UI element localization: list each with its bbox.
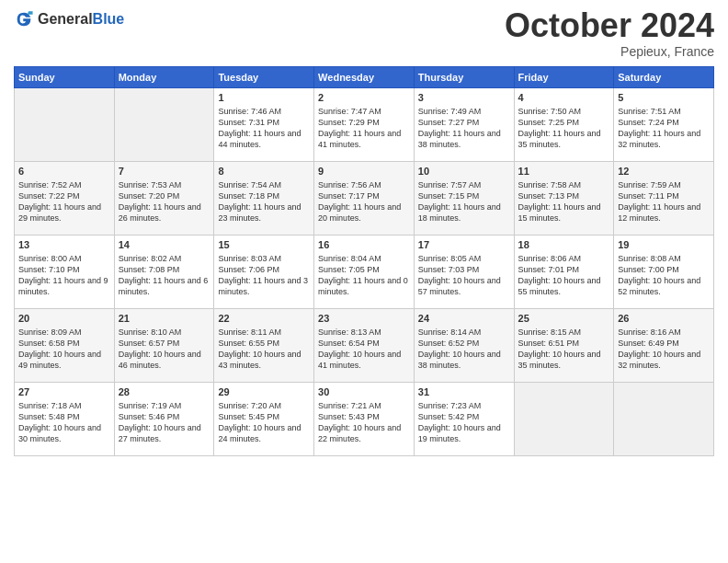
- day-number: 24: [418, 312, 510, 326]
- week-row-5: 27Sunrise: 7:18 AMSunset: 5:48 PMDayligh…: [15, 383, 714, 456]
- day-info: Sunrise: 8:11 AMSunset: 6:55 PMDaylight:…: [218, 327, 310, 372]
- day-info: Sunrise: 8:10 AMSunset: 6:57 PMDaylight:…: [119, 327, 210, 372]
- calendar-cell: 17Sunrise: 8:05 AMSunset: 7:03 PMDayligh…: [414, 236, 514, 309]
- logo-blue: Blue: [93, 11, 125, 28]
- calendar-cell: 22Sunrise: 8:11 AMSunset: 6:55 PMDayligh…: [214, 309, 314, 383]
- day-number: 29: [218, 385, 310, 399]
- calendar-cell: 1Sunrise: 7:46 AMSunset: 7:31 PMDaylight…: [214, 88, 314, 162]
- day-number: 3: [418, 91, 510, 105]
- day-number: 6: [18, 165, 110, 178]
- day-info: Sunrise: 8:16 AMSunset: 6:49 PMDaylight:…: [618, 327, 710, 372]
- calendar-cell: [514, 383, 614, 456]
- calendar-table: SundayMondayTuesdayWednesdayThursdayFrid…: [14, 66, 714, 456]
- day-number: 16: [318, 238, 410, 252]
- day-number: 10: [418, 165, 510, 178]
- day-info: Sunrise: 7:18 AMSunset: 5:48 PMDaylight:…: [18, 400, 110, 445]
- week-row-1: 1Sunrise: 7:46 AMSunset: 7:31 PMDaylight…: [15, 88, 714, 162]
- calendar-cell: 4Sunrise: 7:50 AMSunset: 7:25 PMDaylight…: [514, 88, 614, 162]
- day-number: 23: [318, 312, 410, 326]
- day-info: Sunrise: 7:57 AMSunset: 7:15 PMDaylight:…: [418, 179, 510, 224]
- calendar-cell: 23Sunrise: 8:13 AMSunset: 6:54 PMDayligh…: [314, 309, 415, 383]
- calendar-cell: 27Sunrise: 7:18 AMSunset: 5:48 PMDayligh…: [15, 383, 115, 456]
- day-info: Sunrise: 8:04 AMSunset: 7:05 PMDaylight:…: [318, 253, 410, 298]
- day-info: Sunrise: 7:23 AMSunset: 5:42 PMDaylight:…: [418, 400, 510, 445]
- calendar-cell: 16Sunrise: 8:04 AMSunset: 7:05 PMDayligh…: [314, 236, 415, 309]
- day-number: 26: [618, 312, 710, 326]
- calendar-cell: [614, 383, 714, 456]
- logo-icon: [14, 9, 34, 29]
- day-info: Sunrise: 7:51 AMSunset: 7:24 PMDaylight:…: [618, 106, 710, 151]
- calendar-cell: 26Sunrise: 8:16 AMSunset: 6:49 PMDayligh…: [614, 309, 714, 383]
- day-number: 5: [618, 91, 710, 105]
- header: General Blue October 2024 Pepieux, Franc…: [14, 9, 714, 59]
- day-number: 8: [218, 165, 310, 178]
- header-row: SundayMondayTuesdayWednesdayThursdayFrid…: [15, 67, 714, 88]
- day-header-monday: Monday: [114, 67, 214, 88]
- day-header-friday: Friday: [514, 67, 614, 88]
- day-info: Sunrise: 7:46 AMSunset: 7:31 PMDaylight:…: [218, 106, 310, 151]
- week-row-2: 6Sunrise: 7:52 AMSunset: 7:22 PMDaylight…: [15, 162, 714, 236]
- logo-general: General: [38, 11, 93, 28]
- calendar-cell: 14Sunrise: 8:02 AMSunset: 7:08 PMDayligh…: [114, 236, 214, 309]
- day-info: Sunrise: 7:54 AMSunset: 7:18 PMDaylight:…: [218, 179, 310, 224]
- day-info: Sunrise: 7:52 AMSunset: 7:22 PMDaylight:…: [18, 179, 110, 224]
- day-number: 2: [318, 91, 410, 105]
- month-title: October 2024: [505, 9, 714, 42]
- day-number: 30: [318, 385, 410, 399]
- day-info: Sunrise: 7:59 AMSunset: 7:11 PMDaylight:…: [618, 179, 710, 224]
- calendar-cell: [15, 88, 115, 162]
- week-row-4: 20Sunrise: 8:09 AMSunset: 6:58 PMDayligh…: [15, 309, 714, 383]
- day-info: Sunrise: 8:03 AMSunset: 7:06 PMDaylight:…: [218, 253, 310, 298]
- week-row-3: 13Sunrise: 8:00 AMSunset: 7:10 PMDayligh…: [15, 236, 714, 309]
- calendar-cell: [114, 88, 214, 162]
- day-header-thursday: Thursday: [414, 67, 514, 88]
- calendar-cell: 19Sunrise: 8:08 AMSunset: 7:00 PMDayligh…: [614, 236, 714, 309]
- calendar-cell: 12Sunrise: 7:59 AMSunset: 7:11 PMDayligh…: [614, 162, 714, 236]
- day-number: 4: [518, 91, 610, 105]
- calendar-cell: 9Sunrise: 7:56 AMSunset: 7:17 PMDaylight…: [314, 162, 415, 236]
- calendar-cell: 31Sunrise: 7:23 AMSunset: 5:42 PMDayligh…: [414, 383, 514, 456]
- day-number: 15: [218, 238, 310, 252]
- day-info: Sunrise: 7:49 AMSunset: 7:27 PMDaylight:…: [418, 106, 510, 151]
- day-info: Sunrise: 7:47 AMSunset: 7:29 PMDaylight:…: [318, 106, 410, 151]
- day-number: 28: [119, 385, 210, 399]
- day-number: 1: [218, 91, 310, 105]
- day-info: Sunrise: 7:50 AMSunset: 7:25 PMDaylight:…: [518, 106, 610, 151]
- calendar-cell: 20Sunrise: 8:09 AMSunset: 6:58 PMDayligh…: [15, 309, 115, 383]
- calendar-cell: 21Sunrise: 8:10 AMSunset: 6:57 PMDayligh…: [114, 309, 214, 383]
- day-number: 9: [318, 165, 410, 178]
- day-number: 17: [418, 238, 510, 252]
- calendar-cell: 2Sunrise: 7:47 AMSunset: 7:29 PMDaylight…: [314, 88, 415, 162]
- calendar-cell: 24Sunrise: 8:14 AMSunset: 6:52 PMDayligh…: [414, 309, 514, 383]
- day-info: Sunrise: 7:56 AMSunset: 7:17 PMDaylight:…: [318, 179, 410, 224]
- day-header-wednesday: Wednesday: [314, 67, 415, 88]
- day-number: 25: [518, 312, 610, 326]
- day-number: 31: [418, 385, 510, 399]
- day-info: Sunrise: 7:53 AMSunset: 7:20 PMDaylight:…: [119, 179, 210, 224]
- calendar-cell: 13Sunrise: 8:00 AMSunset: 7:10 PMDayligh…: [15, 236, 115, 309]
- calendar-cell: 28Sunrise: 7:19 AMSunset: 5:46 PMDayligh…: [114, 383, 214, 456]
- day-info: Sunrise: 8:08 AMSunset: 7:00 PMDaylight:…: [618, 253, 710, 298]
- day-number: 14: [119, 238, 210, 252]
- day-info: Sunrise: 7:21 AMSunset: 5:43 PMDaylight:…: [318, 400, 410, 445]
- day-header-saturday: Saturday: [614, 67, 714, 88]
- day-info: Sunrise: 8:15 AMSunset: 6:51 PMDaylight:…: [518, 327, 610, 372]
- day-number: 13: [18, 238, 110, 252]
- calendar-cell: 8Sunrise: 7:54 AMSunset: 7:18 PMDaylight…: [214, 162, 314, 236]
- day-number: 11: [518, 165, 610, 178]
- day-number: 7: [119, 165, 210, 178]
- calendar-cell: 18Sunrise: 8:06 AMSunset: 7:01 PMDayligh…: [514, 236, 614, 309]
- calendar-cell: 6Sunrise: 7:52 AMSunset: 7:22 PMDaylight…: [15, 162, 115, 236]
- calendar-cell: 11Sunrise: 7:58 AMSunset: 7:13 PMDayligh…: [514, 162, 614, 236]
- day-number: 20: [18, 312, 110, 326]
- logo-text: General Blue: [38, 11, 124, 28]
- calendar-cell: 29Sunrise: 7:20 AMSunset: 5:45 PMDayligh…: [214, 383, 314, 456]
- day-info: Sunrise: 7:19 AMSunset: 5:46 PMDaylight:…: [119, 400, 210, 445]
- day-number: 22: [218, 312, 310, 326]
- calendar-cell: 15Sunrise: 8:03 AMSunset: 7:06 PMDayligh…: [214, 236, 314, 309]
- day-number: 12: [618, 165, 710, 178]
- day-info: Sunrise: 8:14 AMSunset: 6:52 PMDaylight:…: [418, 327, 510, 372]
- day-header-sunday: Sunday: [15, 67, 115, 88]
- calendar-cell: 5Sunrise: 7:51 AMSunset: 7:24 PMDaylight…: [614, 88, 714, 162]
- day-info: Sunrise: 8:13 AMSunset: 6:54 PMDaylight:…: [318, 327, 410, 372]
